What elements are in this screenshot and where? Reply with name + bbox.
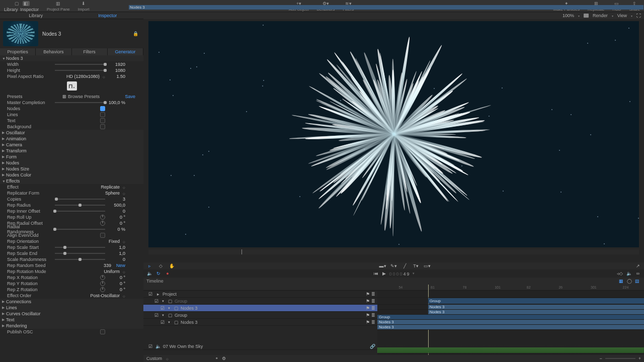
zoom-slider[interactable]: [605, 358, 635, 359]
expand-icon[interactable]: ⛶: [636, 13, 641, 18]
custom-popup[interactable]: Custom: [146, 356, 162, 361]
timecode-caret-icon[interactable]: ▾: [413, 272, 415, 276]
mask-tool-icon[interactable]: ▭▾: [424, 263, 430, 269]
width-value[interactable]: 1920: [107, 62, 125, 67]
properties-tab[interactable]: Properties: [0, 48, 36, 55]
section-nodes-size[interactable]: ▶Nodes Size: [0, 166, 143, 172]
gear-icon[interactable]: ⚙: [222, 356, 226, 361]
width-slider[interactable]: [55, 64, 105, 65]
import-icon[interactable]: ⬇: [80, 1, 87, 6]
layer-flag-icon[interactable]: ⚑: [366, 306, 370, 311]
play-icon[interactable]: ▶: [381, 270, 387, 277]
new-seed-link[interactable]: New: [116, 263, 125, 268]
loop-icon[interactable]: ↻: [155, 270, 162, 277]
view-caret-icon[interactable]: ▾: [631, 14, 632, 18]
nodes-checkbox[interactable]: [100, 106, 105, 111]
disclosure-icon[interactable]: ▼: [162, 314, 166, 317]
text-checkbox[interactable]: [100, 118, 105, 123]
color-swatch[interactable]: [584, 14, 589, 18]
effect-popup[interactable]: Replicate: [101, 185, 120, 190]
timeline-ruler[interactable]: 5481781018226301224: [377, 285, 644, 291]
layer-list[interactable]: ☑▸Project⚑≣☑▼▢Group⚑≣☑▼▢Nodes 3⚑≣☑▼▢Grou…: [143, 285, 377, 355]
arrow-tool-icon[interactable]: ▹: [146, 263, 152, 269]
expand-tool-icon[interactable]: ↗: [635, 263, 641, 269]
filter-icon[interactable]: ⚬: [215, 356, 219, 361]
link-icon[interactable]: 🔗: [370, 344, 375, 349]
section-transform[interactable]: ▶Transform: [0, 148, 143, 154]
clip-nodes1a[interactable]: Nodes 3: [428, 305, 644, 309]
audio-clip[interactable]: [377, 347, 644, 353]
timeline-tracks[interactable]: 5481781018226301224 Group Nodes 3 Nodes …: [377, 285, 644, 355]
layer-lock-icon[interactable]: ≣: [371, 292, 375, 297]
copies-slider[interactable]: [55, 199, 105, 200]
rep-inner-offset-slider[interactable]: [55, 211, 105, 212]
background-checkbox[interactable]: [100, 124, 105, 129]
replicator-form-popup[interactable]: Sphere: [105, 191, 120, 196]
layer-lock-icon[interactable]: ≣: [371, 313, 375, 318]
clip-nodes1b[interactable]: Nodes 3: [428, 310, 644, 314]
project-pane-group[interactable]: ▥ Project Pane: [43, 0, 74, 12]
effects-header[interactable]: ▼Effects: [0, 178, 143, 184]
par-value[interactable]: 1.50: [107, 74, 125, 79]
zoom-out-icon[interactable]: −: [599, 356, 602, 361]
layer-enable-checkbox[interactable]: ☑: [160, 306, 166, 311]
render-menu[interactable]: Render: [593, 13, 608, 18]
layer-enable-checkbox[interactable]: ☑: [154, 299, 159, 304]
rep-scale-end-slider[interactable]: [55, 253, 105, 254]
section-rendering[interactable]: ▶Rendering: [0, 323, 143, 329]
timecode-value[interactable]: 000049: [389, 270, 410, 277]
height-value[interactable]: 1080: [107, 68, 125, 73]
library-icon[interactable]: ▢: [14, 1, 21, 6]
layer-row[interactable]: ☑▼▢Group⚑≣: [143, 298, 377, 305]
speaker2-icon[interactable]: 🔈: [626, 270, 632, 277]
layer-flag-icon[interactable]: ⚑: [366, 313, 370, 318]
zoom-value[interactable]: 100%: [562, 13, 574, 18]
disclosure-icon[interactable]: ▼: [168, 307, 172, 310]
layer-flag-icon[interactable]: ⚑: [366, 299, 370, 304]
layer-row[interactable]: ☑▼▢Nodes 3⚑≣: [143, 319, 377, 326]
layer-row[interactable]: ☑▼▢Nodes 3⚑≣: [143, 305, 377, 312]
speaker-icon[interactable]: 🔈: [146, 270, 152, 277]
publish-osc-checkbox[interactable]: [100, 329, 105, 334]
layer-enable-checkbox[interactable]: ☑: [148, 292, 153, 297]
nodes3-group-header[interactable]: ▼Nodes 3: [0, 55, 143, 61]
rep-z-rotation-dial[interactable]: [100, 287, 105, 292]
library-tab[interactable]: Library: [0, 12, 72, 19]
render-caret-icon[interactable]: ▾: [612, 14, 613, 18]
rep-x-rotation-dial[interactable]: [100, 275, 105, 280]
inspector-icon[interactable]: ◧: [23, 1, 30, 6]
record-icon[interactable]: ●: [165, 270, 171, 277]
align-even-odd-checkbox[interactable]: [100, 233, 105, 238]
section-curves-oscillator[interactable]: ▶Curves Oscillator: [0, 311, 143, 317]
layer-flag-icon[interactable]: ⚑: [366, 320, 370, 325]
layer-enable-checkbox[interactable]: ☑: [160, 320, 166, 325]
filters-tab[interactable]: Filters: [72, 48, 108, 55]
section-form[interactable]: ▶Form: [0, 154, 143, 160]
zoom-caret-icon[interactable]: ▾: [578, 14, 580, 18]
section-nodes-color[interactable]: ▶Nodes Color: [0, 172, 143, 178]
parameters-list[interactable]: ▼Nodes 3 Width1920 Height1080 Pixel Aspe…: [0, 55, 143, 362]
master-slider[interactable]: [55, 102, 105, 103]
clip-nodes2b[interactable]: Nodes 3: [377, 325, 644, 329]
disclosure-icon[interactable]: ▼: [162, 300, 166, 303]
layer-enable-checkbox[interactable]: ☑: [148, 344, 153, 349]
project-pane-icon[interactable]: ▥: [55, 1, 62, 6]
disclosure-icon[interactable]: ▼: [168, 321, 172, 324]
lock-icon[interactable]: 🔒: [133, 31, 138, 36]
clip-nodes2a[interactable]: Nodes 3: [377, 320, 644, 324]
layer-lock-icon[interactable]: ≣: [371, 306, 375, 311]
section-lines[interactable]: ▶Lines: [0, 305, 143, 311]
line-tool-icon[interactable]: ╱: [402, 263, 408, 269]
par-popup[interactable]: HD (1280x1080): [66, 74, 100, 79]
rep-scale-start-slider[interactable]: [55, 247, 105, 248]
zoom-in-icon[interactable]: +: [638, 356, 641, 361]
timeline-view2-icon[interactable]: ◯: [627, 279, 633, 284]
browse-presets-button[interactable]: ⊞ Browse Presets: [37, 94, 125, 99]
behaviors-tab[interactable]: Behaviors: [36, 48, 71, 55]
generator-tab[interactable]: Generator: [108, 48, 143, 55]
rep-radial-offset-dial[interactable]: [100, 221, 105, 226]
pen-tool-icon[interactable]: ✎▾: [391, 263, 397, 269]
layer-row[interactable]: ☑▼▢Group⚑≣: [143, 312, 377, 319]
layer-enable-checkbox[interactable]: ☑: [154, 313, 159, 318]
audio-layer-row[interactable]: ☑ 🔈 07 We Own the Sky 🔗: [143, 343, 377, 350]
